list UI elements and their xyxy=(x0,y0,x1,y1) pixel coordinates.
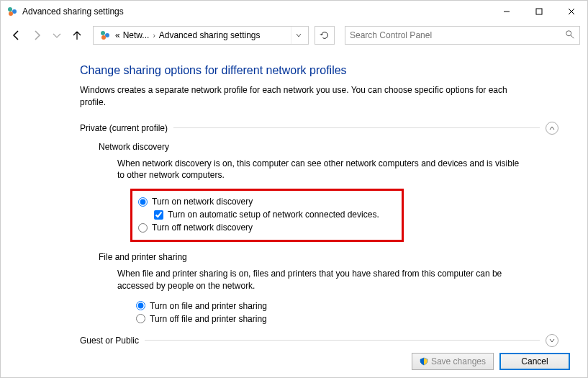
checkbox-auto-setup-label: Turn on automatic setup of network conne… xyxy=(168,210,379,220)
refresh-button[interactable] xyxy=(315,26,335,45)
page-title: Change sharing options for different net… xyxy=(80,64,558,77)
divider xyxy=(145,340,540,341)
svg-rect-4 xyxy=(536,9,542,14)
svg-point-2 xyxy=(9,12,13,16)
network-discovery-heading: Network discovery xyxy=(99,142,558,152)
network-icon xyxy=(99,30,111,41)
svg-point-0 xyxy=(8,7,12,12)
highlight-box: Turn on network discovery Turn on automa… xyxy=(130,189,404,242)
svg-point-1 xyxy=(12,9,17,14)
radio-discovery-on-label: Turn on network discovery xyxy=(152,197,253,207)
back-button[interactable] xyxy=(8,27,25,44)
svg-point-8 xyxy=(105,33,109,37)
shield-icon xyxy=(420,357,428,366)
up-button[interactable] xyxy=(68,27,86,44)
titlebar: Advanced sharing settings xyxy=(1,1,587,22)
collapse-icon[interactable] xyxy=(546,122,558,135)
divider xyxy=(173,127,540,128)
save-button-label: Save changes xyxy=(431,356,486,366)
close-button[interactable] xyxy=(555,1,587,22)
file-printer-desc: When file and printer sharing is on, fil… xyxy=(117,268,520,292)
svg-point-7 xyxy=(101,31,105,35)
search-box[interactable] xyxy=(345,26,580,45)
radio-fps-on[interactable] xyxy=(136,301,145,310)
section-private-label: Private (current profile) xyxy=(80,123,168,133)
section-guest-header[interactable]: Guest or Public xyxy=(80,334,558,347)
svg-point-9 xyxy=(101,35,106,40)
search-input[interactable] xyxy=(350,30,565,40)
page-description: Windows creates a separate network profi… xyxy=(80,84,512,109)
forward-button[interactable] xyxy=(28,27,45,44)
network-icon xyxy=(6,6,18,17)
window-title: Advanced sharing settings xyxy=(22,6,490,17)
radio-fps-off[interactable] xyxy=(136,314,145,323)
breadcrumb-current[interactable]: Advanced sharing settings xyxy=(158,30,262,40)
search-icon[interactable] xyxy=(565,30,575,42)
breadcrumb-network[interactable]: Netw... xyxy=(122,30,151,40)
breadcrumb-prefix[interactable]: « xyxy=(114,30,122,40)
maximize-button[interactable] xyxy=(523,1,555,22)
checkbox-auto-setup[interactable] xyxy=(154,210,163,220)
radio-discovery-on[interactable] xyxy=(138,197,148,207)
navbar: « Netw... › Advanced sharing settings xyxy=(1,22,587,48)
address-bar[interactable]: « Netw... › Advanced sharing settings xyxy=(93,26,309,45)
radio-fps-on-label: Turn on file and printer sharing xyxy=(150,301,267,311)
svg-line-11 xyxy=(571,35,574,37)
section-private-header[interactable]: Private (current profile) xyxy=(80,122,558,135)
svg-point-10 xyxy=(566,30,571,35)
content-area: Change sharing options for different net… xyxy=(1,51,587,347)
chevron-right-icon[interactable]: › xyxy=(150,32,157,40)
network-discovery-desc: When network discovery is on, this compu… xyxy=(117,158,520,182)
radio-discovery-off-label: Turn off network discovery xyxy=(152,222,253,233)
file-printer-heading: File and printer sharing xyxy=(99,252,558,262)
expand-icon[interactable] xyxy=(546,334,558,347)
radio-fps-off-label: Turn off file and printer sharing xyxy=(150,314,267,324)
recent-dropdown[interactable] xyxy=(48,27,65,44)
cancel-button-label: Cancel xyxy=(521,356,548,366)
radio-discovery-off[interactable] xyxy=(138,223,148,233)
address-dropdown[interactable] xyxy=(291,27,305,44)
cancel-button[interactable]: Cancel xyxy=(499,353,570,370)
save-button[interactable]: Save changes xyxy=(412,353,494,370)
button-bar: Save changes Cancel xyxy=(412,353,570,370)
section-guest-label: Guest or Public xyxy=(80,336,139,346)
minimize-button[interactable] xyxy=(490,1,523,22)
